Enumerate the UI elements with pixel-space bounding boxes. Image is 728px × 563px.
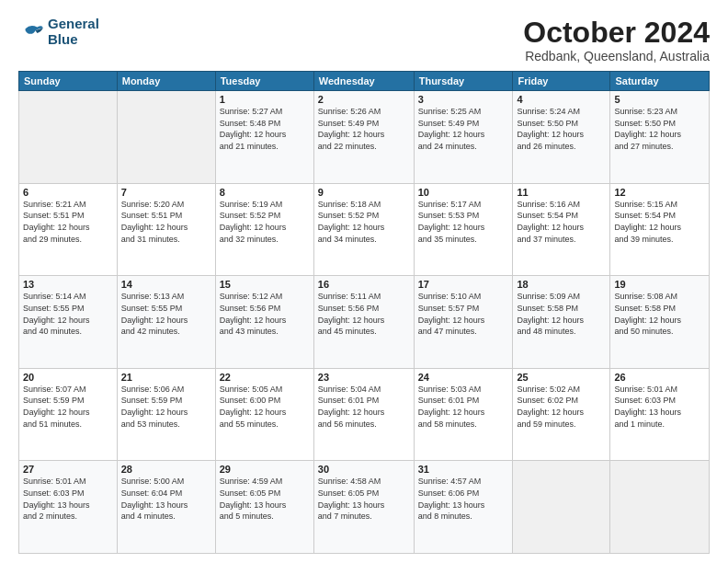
day-number: 1 bbox=[220, 94, 310, 105]
calendar-cell: 24Sunrise: 5:03 AM Sunset: 6:01 PM Dayli… bbox=[414, 368, 513, 461]
weekday-header-sunday: Sunday bbox=[19, 72, 118, 91]
day-number: 12 bbox=[614, 187, 705, 198]
day-number: 6 bbox=[23, 187, 113, 198]
logo-line2: Blue bbox=[48, 32, 99, 48]
day-info: Sunrise: 5:25 AM Sunset: 5:49 PM Dayligh… bbox=[418, 106, 509, 152]
day-info: Sunrise: 5:23 AM Sunset: 5:50 PM Dayligh… bbox=[614, 106, 705, 152]
page: General Blue October 2024 Redbank, Queen… bbox=[0, 0, 728, 563]
day-number: 24 bbox=[418, 372, 509, 383]
day-number: 13 bbox=[23, 279, 113, 290]
day-info: Sunrise: 5:21 AM Sunset: 5:51 PM Dayligh… bbox=[23, 199, 113, 245]
day-info: Sunrise: 5:09 AM Sunset: 5:58 PM Dayligh… bbox=[517, 291, 606, 337]
calendar-cell: 18Sunrise: 5:09 AM Sunset: 5:58 PM Dayli… bbox=[513, 276, 610, 369]
calendar-cell: 16Sunrise: 5:11 AM Sunset: 5:56 PM Dayli… bbox=[313, 276, 414, 369]
day-number: 27 bbox=[23, 464, 113, 475]
calendar-cell: 11Sunrise: 5:16 AM Sunset: 5:54 PM Dayli… bbox=[513, 183, 610, 276]
day-number: 29 bbox=[220, 464, 310, 475]
day-info: Sunrise: 5:19 AM Sunset: 5:52 PM Dayligh… bbox=[220, 199, 310, 245]
calendar-cell: 30Sunrise: 4:58 AM Sunset: 6:05 PM Dayli… bbox=[313, 461, 414, 554]
day-info: Sunrise: 5:05 AM Sunset: 6:00 PM Dayligh… bbox=[220, 384, 310, 430]
location: Redbank, Queensland, Australia bbox=[523, 49, 710, 63]
weekday-header-monday: Monday bbox=[117, 72, 215, 91]
calendar-cell: 2Sunrise: 5:26 AM Sunset: 5:49 PM Daylig… bbox=[313, 91, 414, 184]
day-info: Sunrise: 5:06 AM Sunset: 5:59 PM Dayligh… bbox=[121, 384, 211, 430]
week-row-3: 13Sunrise: 5:14 AM Sunset: 5:55 PM Dayli… bbox=[19, 276, 710, 369]
calendar-cell bbox=[19, 91, 118, 184]
day-info: Sunrise: 5:27 AM Sunset: 5:48 PM Dayligh… bbox=[220, 106, 310, 152]
day-info: Sunrise: 5:04 AM Sunset: 6:01 PM Dayligh… bbox=[318, 384, 410, 430]
calendar-cell bbox=[117, 91, 215, 184]
calendar-cell: 7Sunrise: 5:20 AM Sunset: 5:51 PM Daylig… bbox=[117, 183, 215, 276]
day-number: 22 bbox=[220, 372, 310, 383]
day-number: 28 bbox=[121, 464, 211, 475]
calendar-cell: 15Sunrise: 5:12 AM Sunset: 5:56 PM Dayli… bbox=[215, 276, 313, 369]
day-info: Sunrise: 5:14 AM Sunset: 5:55 PM Dayligh… bbox=[23, 291, 113, 337]
weekday-header-row: SundayMondayTuesdayWednesdayThursdayFrid… bbox=[19, 72, 710, 91]
weekday-header-tuesday: Tuesday bbox=[215, 72, 313, 91]
day-number: 30 bbox=[318, 464, 410, 475]
calendar-cell: 28Sunrise: 5:00 AM Sunset: 6:04 PM Dayli… bbox=[117, 461, 215, 554]
day-info: Sunrise: 5:16 AM Sunset: 5:54 PM Dayligh… bbox=[517, 199, 606, 245]
calendar-cell: 3Sunrise: 5:25 AM Sunset: 5:49 PM Daylig… bbox=[414, 91, 513, 184]
title-block: October 2024 Redbank, Queensland, Austra… bbox=[523, 17, 710, 63]
weekday-header-thursday: Thursday bbox=[414, 72, 513, 91]
day-number: 23 bbox=[318, 372, 410, 383]
calendar-cell bbox=[610, 461, 710, 554]
logo-icon bbox=[18, 22, 44, 42]
day-info: Sunrise: 4:59 AM Sunset: 6:05 PM Dayligh… bbox=[220, 476, 310, 522]
day-number: 16 bbox=[318, 279, 410, 290]
day-info: Sunrise: 4:58 AM Sunset: 6:05 PM Dayligh… bbox=[318, 476, 410, 522]
day-info: Sunrise: 4:57 AM Sunset: 6:06 PM Dayligh… bbox=[418, 476, 509, 522]
day-number: 4 bbox=[517, 94, 606, 105]
calendar-cell: 10Sunrise: 5:17 AM Sunset: 5:53 PM Dayli… bbox=[414, 183, 513, 276]
week-row-5: 27Sunrise: 5:01 AM Sunset: 6:03 PM Dayli… bbox=[19, 461, 710, 554]
day-number: 3 bbox=[418, 94, 509, 105]
week-row-4: 20Sunrise: 5:07 AM Sunset: 5:59 PM Dayli… bbox=[19, 368, 710, 461]
weekday-header-friday: Friday bbox=[513, 72, 610, 91]
day-number: 19 bbox=[614, 279, 705, 290]
day-info: Sunrise: 5:26 AM Sunset: 5:49 PM Dayligh… bbox=[318, 106, 410, 152]
day-number: 21 bbox=[121, 372, 211, 383]
day-info: Sunrise: 5:12 AM Sunset: 5:56 PM Dayligh… bbox=[220, 291, 310, 337]
header: General Blue October 2024 Redbank, Queen… bbox=[18, 17, 710, 63]
weekday-header-saturday: Saturday bbox=[610, 72, 710, 91]
calendar-cell: 13Sunrise: 5:14 AM Sunset: 5:55 PM Dayli… bbox=[19, 276, 118, 369]
day-number: 10 bbox=[418, 187, 509, 198]
calendar-cell: 31Sunrise: 4:57 AM Sunset: 6:06 PM Dayli… bbox=[414, 461, 513, 554]
day-info: Sunrise: 5:17 AM Sunset: 5:53 PM Dayligh… bbox=[418, 199, 509, 245]
day-info: Sunrise: 5:02 AM Sunset: 6:02 PM Dayligh… bbox=[517, 384, 606, 430]
calendar-cell: 14Sunrise: 5:13 AM Sunset: 5:55 PM Dayli… bbox=[117, 276, 215, 369]
day-number: 31 bbox=[418, 464, 509, 475]
day-info: Sunrise: 5:10 AM Sunset: 5:57 PM Dayligh… bbox=[418, 291, 509, 337]
calendar-cell: 4Sunrise: 5:24 AM Sunset: 5:50 PM Daylig… bbox=[513, 91, 610, 184]
day-number: 8 bbox=[220, 187, 310, 198]
day-number: 14 bbox=[121, 279, 211, 290]
day-info: Sunrise: 5:20 AM Sunset: 5:51 PM Dayligh… bbox=[121, 199, 211, 245]
calendar-cell: 26Sunrise: 5:01 AM Sunset: 6:03 PM Dayli… bbox=[610, 368, 710, 461]
day-info: Sunrise: 5:01 AM Sunset: 6:03 PM Dayligh… bbox=[614, 384, 705, 430]
calendar-cell: 29Sunrise: 4:59 AM Sunset: 6:05 PM Dayli… bbox=[215, 461, 313, 554]
calendar-cell: 21Sunrise: 5:06 AM Sunset: 5:59 PM Dayli… bbox=[117, 368, 215, 461]
day-number: 11 bbox=[517, 187, 606, 198]
day-number: 9 bbox=[318, 187, 410, 198]
calendar-cell: 19Sunrise: 5:08 AM Sunset: 5:58 PM Dayli… bbox=[610, 276, 710, 369]
day-info: Sunrise: 5:13 AM Sunset: 5:55 PM Dayligh… bbox=[121, 291, 211, 337]
calendar-table: SundayMondayTuesdayWednesdayThursdayFrid… bbox=[18, 71, 710, 554]
day-number: 17 bbox=[418, 279, 509, 290]
calendar-cell: 27Sunrise: 5:01 AM Sunset: 6:03 PM Dayli… bbox=[19, 461, 118, 554]
day-info: Sunrise: 5:03 AM Sunset: 6:01 PM Dayligh… bbox=[418, 384, 509, 430]
calendar-cell: 23Sunrise: 5:04 AM Sunset: 6:01 PM Dayli… bbox=[313, 368, 414, 461]
calendar-cell: 8Sunrise: 5:19 AM Sunset: 5:52 PM Daylig… bbox=[215, 183, 313, 276]
calendar-cell: 1Sunrise: 5:27 AM Sunset: 5:48 PM Daylig… bbox=[215, 91, 313, 184]
day-number: 7 bbox=[121, 187, 211, 198]
week-row-2: 6Sunrise: 5:21 AM Sunset: 5:51 PM Daylig… bbox=[19, 183, 710, 276]
logo-text-block: General Blue bbox=[48, 17, 99, 47]
weekday-header-wednesday: Wednesday bbox=[313, 72, 414, 91]
day-info: Sunrise: 5:18 AM Sunset: 5:52 PM Dayligh… bbox=[318, 199, 410, 245]
day-info: Sunrise: 5:01 AM Sunset: 6:03 PM Dayligh… bbox=[23, 476, 113, 522]
day-number: 18 bbox=[517, 279, 606, 290]
calendar-cell: 6Sunrise: 5:21 AM Sunset: 5:51 PM Daylig… bbox=[19, 183, 118, 276]
day-info: Sunrise: 5:15 AM Sunset: 5:54 PM Dayligh… bbox=[614, 199, 705, 245]
day-number: 5 bbox=[614, 94, 705, 105]
calendar-cell: 20Sunrise: 5:07 AM Sunset: 5:59 PM Dayli… bbox=[19, 368, 118, 461]
